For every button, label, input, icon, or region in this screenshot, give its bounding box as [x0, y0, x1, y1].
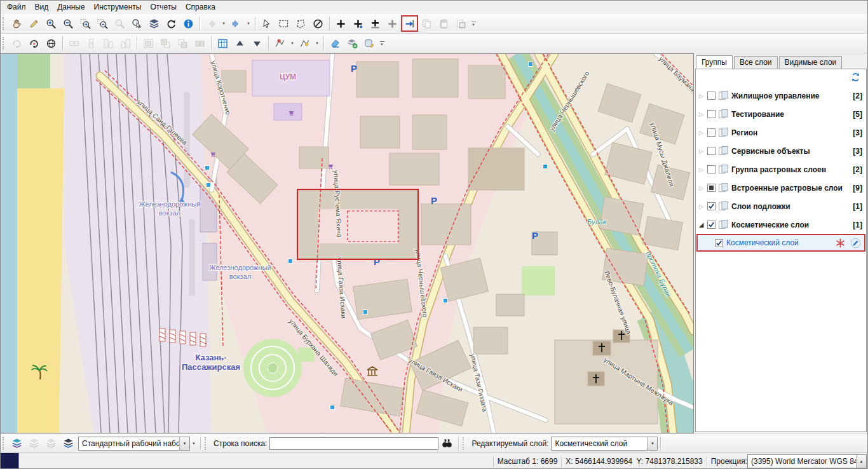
- toolbar-overflow[interactable]: ▾: [378, 41, 386, 46]
- refresh-layers-button[interactable]: [850, 71, 862, 85]
- map-label: Пассажирская: [182, 362, 240, 372]
- expand-arrow-icon[interactable]: ▷: [698, 130, 705, 136]
- tri-down-icon: [252, 38, 262, 49]
- checkbox-unchecked[interactable]: [707, 165, 715, 173]
- gsq-2-icon: [160, 38, 171, 49]
- expand-arrow-icon[interactable]: ▷: [698, 167, 705, 173]
- checkbox-unchecked[interactable]: [707, 147, 715, 155]
- checkbox-checked[interactable]: [707, 221, 715, 229]
- zoom-out-button[interactable]: [60, 15, 77, 32]
- history-back-dropdown[interactable]: ▾: [220, 15, 227, 32]
- map-label: P: [532, 230, 538, 241]
- search-input[interactable]: [269, 437, 438, 450]
- zoom-window-in-button[interactable]: [77, 15, 94, 32]
- history-forward-button[interactable]: [227, 15, 245, 32]
- layers-dark-icon: [63, 438, 74, 449]
- menu-help[interactable]: Справка: [181, 1, 220, 13]
- add-point-button[interactable]: [332, 15, 349, 32]
- checkbox-checked[interactable]: [707, 202, 715, 210]
- topology-start-button[interactable]: [271, 35, 288, 51]
- tab-visible-layers[interactable]: Видимые слои: [779, 56, 843, 69]
- scale-object-button[interactable]: [43, 35, 60, 51]
- zoom-window-out-button[interactable]: [94, 15, 111, 32]
- topology-end-dropdown[interactable]: ▾: [313, 35, 321, 51]
- paste-icon: [438, 18, 449, 29]
- history-forward-dropdown[interactable]: ▾: [245, 15, 252, 32]
- select-polygon-button[interactable]: [292, 15, 309, 32]
- insert-node-button[interactable]: [401, 15, 418, 32]
- topology-start-dropdown[interactable]: ▾: [288, 35, 296, 51]
- expand-arrow-icon[interactable]: ▷: [698, 148, 705, 154]
- cosmetic-style-icon[interactable]: [835, 238, 846, 248]
- layers-visibility-button[interactable]: [146, 15, 163, 32]
- layers-mini-icon: [718, 219, 729, 230]
- layer-group-basemaps[interactable]: ▷Слои подложки[1]: [696, 197, 866, 215]
- workset-combo[interactable]: Стандартный рабочий набор ▾: [78, 437, 190, 451]
- layer-group-builtin-rasters[interactable]: ▷Встроенные растровые слои[9]: [696, 179, 866, 197]
- measure-button[interactable]: [25, 15, 43, 32]
- layer-item-cosmetic-layer[interactable]: Косметический слой: [696, 234, 865, 252]
- clear-selection-button[interactable]: [309, 15, 327, 32]
- menu-reports[interactable]: Отчеты: [146, 1, 180, 13]
- workset-manage-button[interactable]: [60, 435, 77, 452]
- move-object-up-button[interactable]: [231, 35, 248, 51]
- layer-group-raster-group[interactable]: ▷Группа растровых слоев[2]: [696, 160, 866, 179]
- menu-view[interactable]: Вид: [31, 1, 53, 13]
- layer-group-housing[interactable]: ▷Жилищное управление[2]: [696, 86, 866, 105]
- map-info-button[interactable]: [180, 15, 197, 32]
- pencil-blue-icon: [850, 238, 861, 248]
- expand-arrow-icon[interactable]: ▷: [698, 93, 705, 99]
- map-viewport[interactable]: улица КоротченкоЦУМулица Саид-Галееваули…: [0, 53, 694, 433]
- search-button[interactable]: [438, 435, 456, 452]
- layer-group-cosmetic-group[interactable]: ◢Косметические слои[1]: [696, 215, 866, 234]
- pan-button[interactable]: [8, 15, 25, 32]
- attributes-table-button[interactable]: [214, 35, 231, 51]
- color-swatch[interactable]: [0, 453, 19, 469]
- rotate-left-button[interactable]: [25, 35, 43, 51]
- layer-group-icon: [718, 127, 729, 138]
- menu-data[interactable]: Данные: [53, 1, 89, 13]
- toolbar-overflow[interactable]: ▾: [470, 22, 477, 26]
- workset-layers-button[interactable]: [8, 435, 25, 452]
- edit-geodata-button[interactable]: [361, 35, 378, 51]
- layer-group-service-objects[interactable]: ▷Сервисные объекты[3]: [696, 142, 866, 160]
- editable-layer-combo[interactable]: Косметический слой ▾: [551, 437, 658, 451]
- map-label: P: [351, 63, 357, 74]
- status-bar: Масштаб 1: 6699 X: 5466144.939964 Y: 748…: [0, 452, 868, 469]
- layers-panel-tabs: ГруппыВсе слоиВидимые слои: [695, 55, 867, 69]
- collapse-arrow-icon[interactable]: ◢: [698, 221, 705, 228]
- topology-end-button[interactable]: [296, 35, 313, 51]
- add-point-by-coords-button[interactable]: [349, 15, 367, 32]
- layer-group-testing[interactable]: ▷Тестирование[5]: [696, 105, 866, 123]
- expand-arrow-icon[interactable]: ▷: [698, 111, 705, 118]
- chevron-down-icon[interactable]: ▾: [647, 437, 657, 450]
- menu-file[interactable]: Файл: [3, 1, 31, 13]
- chevron-up-icon[interactable]: ▴: [856, 455, 866, 468]
- pin-red-icon: [275, 38, 285, 49]
- select-tool-button[interactable]: [258, 15, 275, 32]
- move-object-down-button[interactable]: [248, 35, 266, 51]
- layer-group-region[interactable]: ▷Регион[3]: [696, 123, 866, 142]
- refresh-map-button[interactable]: [163, 15, 180, 32]
- expand-arrow-icon[interactable]: ▷: [698, 203, 705, 210]
- checkbox-partial[interactable]: [707, 184, 715, 192]
- projection-combo[interactable]: (3395) World Mercator WGS 84 ▴: [747, 454, 867, 468]
- tab-all-layers[interactable]: Все слои: [734, 56, 778, 69]
- menu-tools[interactable]: Инструменты: [90, 1, 146, 13]
- select-rectangle-button[interactable]: [275, 15, 292, 32]
- checkbox-unchecked[interactable]: [707, 128, 715, 137]
- checkbox-unchecked[interactable]: [707, 92, 715, 100]
- create-layer-button[interactable]: [344, 35, 361, 51]
- tab-groups[interactable]: Группы: [696, 55, 733, 69]
- zoom-in-button[interactable]: [43, 15, 60, 32]
- checkbox-unchecked[interactable]: [707, 110, 715, 118]
- workset-dropdown[interactable]: ▾: [190, 435, 198, 452]
- pair-l-icon: [103, 38, 114, 49]
- edit-layer-icon[interactable]: [850, 238, 861, 248]
- chevron-down-icon[interactable]: ▾: [179, 437, 189, 450]
- zoom-to-selection-button[interactable]: [128, 15, 146, 32]
- add-point-on-line-button[interactable]: [367, 15, 384, 32]
- erase-object-button[interactable]: [327, 35, 344, 51]
- expand-arrow-icon[interactable]: ▷: [698, 185, 705, 191]
- checkbox-checked[interactable]: [715, 239, 723, 247]
